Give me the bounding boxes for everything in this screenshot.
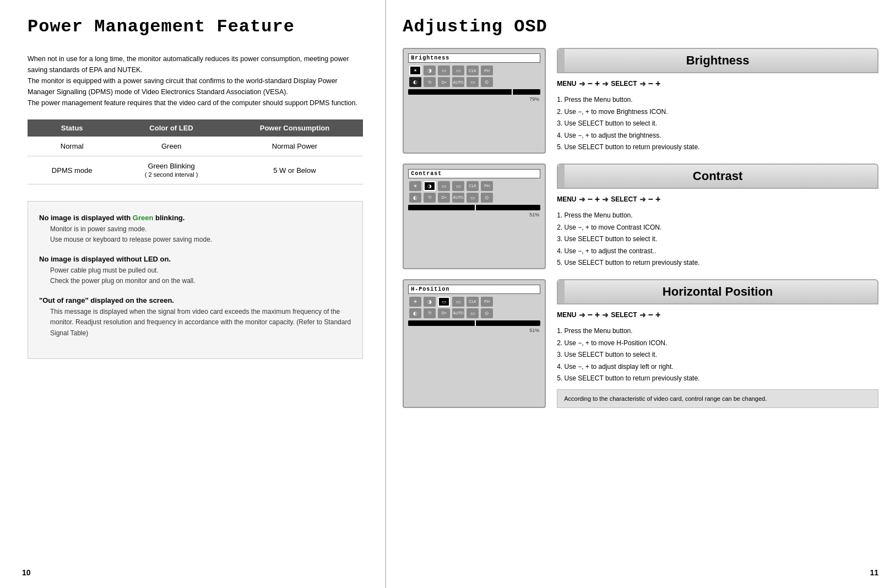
trouble-title-2: No image is displayed without LED on. xyxy=(39,254,351,265)
c-dash2: − xyxy=(648,194,653,204)
table-row: DPMS mode Green Blinking( 2 second inter… xyxy=(28,156,363,184)
hp-icon6: PH xyxy=(481,297,493,307)
step-c5: 5. Use SELECT button to return previousl… xyxy=(557,257,878,269)
c-icon4: ▭ xyxy=(452,181,464,191)
brightness-info: Brightness MENU ➜ − + ➜ SELECT ➜ − + 1. … xyxy=(557,48,878,154)
trouble-title-1: No image is displayed with Green blinkin… xyxy=(39,213,351,224)
select-label-c: SELECT xyxy=(611,195,637,203)
brightness-progress-label: 79% xyxy=(408,96,540,102)
contrast-progress-fill xyxy=(408,205,475,210)
hp-icon10: AUTO xyxy=(452,308,464,318)
menu-label-b: MENU xyxy=(557,80,576,88)
c-dash1: − xyxy=(588,194,593,204)
brightness-osd-label: Brightness xyxy=(408,53,540,63)
arrow1: ➜ xyxy=(579,79,585,88)
trouble-sub-3a: This message is displayed when the signa… xyxy=(39,307,351,339)
note-text: According to the characteristic of video… xyxy=(564,395,767,402)
step-c1: 1. Press the Menu button. xyxy=(557,210,878,222)
hp-icon7: ◐ xyxy=(409,308,421,318)
c-icon6: PH xyxy=(481,181,493,191)
brightness-progress-fill xyxy=(408,89,513,95)
step-b2: 2. Use −, + to move Brightness ICON. xyxy=(557,106,878,118)
brightness-header: Brightness xyxy=(557,48,878,73)
c-icon10: AUTO xyxy=(452,193,464,203)
hp-icon5: CLK xyxy=(467,297,479,307)
dash1: − xyxy=(588,79,593,89)
c-arrow1: ➜ xyxy=(579,195,585,204)
c-icon9: D» xyxy=(438,193,450,203)
arrow3: ➜ xyxy=(639,79,646,88)
intro-text: When not in use for a long time, the mon… xyxy=(28,53,363,108)
step-b3: 3. Use SELECT button to select it. xyxy=(557,118,878,130)
table-header-status: Status xyxy=(28,119,116,137)
hp-dash2: − xyxy=(648,310,653,320)
contrast-steps: 1. Press the Menu button. 2. Use −, + to… xyxy=(557,210,878,269)
icon8: TI xyxy=(424,77,436,87)
hp-arrow1: ➜ xyxy=(579,311,585,319)
table-row: Normal Green Normal Power xyxy=(28,137,363,156)
step-hp5: 5. Use SELECT button to return previousl… xyxy=(557,373,878,385)
hp-icon4: ▭ xyxy=(452,297,464,307)
row2-led: Green Blinking( 2 second interval ) xyxy=(116,156,226,184)
plus2: + xyxy=(655,79,660,89)
green-blink-text: Green xyxy=(133,214,154,222)
c-icon5: CLK xyxy=(467,181,479,191)
icon11: ▭ xyxy=(467,77,479,87)
page-number-right: 11 xyxy=(870,568,878,577)
hposition-header: Horizontal Position xyxy=(557,279,878,304)
table-header-power: Power Consumption xyxy=(226,119,363,137)
c-icon2: ◑ xyxy=(424,181,436,191)
c-arrow3: ➜ xyxy=(639,195,646,204)
hpos-progress-bar xyxy=(408,320,540,326)
c-icon3: ▭ xyxy=(438,181,450,191)
trouble-sub-2a: Power cable plug must be pulled out. xyxy=(39,265,351,276)
hpos-icon-row-1: ☀ ◑ ▭ ▭ CLK PH xyxy=(408,297,540,307)
contrast-osd-label: Contrast xyxy=(408,169,540,178)
select-label-b: SELECT xyxy=(611,80,637,88)
contrast-menu-bar: MENU ➜ − + ➜ SELECT ➜ − + xyxy=(557,194,878,204)
icon6: PH xyxy=(481,66,493,75)
hp-icon1: ☀ xyxy=(409,297,421,307)
contrast-block: Contrast ☀ ◑ ▭ ▭ CLK PH ◐ TI D» AUTO ▭ ⊙ xyxy=(403,164,878,269)
hp-plus2: + xyxy=(655,310,660,320)
brightness-block: Brightness ☀ ◑ ▭ ▭ CLK PH ◐ TI D» AUTO ▭… xyxy=(403,48,878,154)
trouble-sub-2b: Check the power plug on monitor and on t… xyxy=(39,276,351,286)
c-plus2: + xyxy=(655,194,660,204)
icon10: AUTO xyxy=(452,77,464,87)
c-icon11: ▭ xyxy=(467,193,479,203)
c-icon12: ⊙ xyxy=(481,193,493,203)
c-icon7: ◐ xyxy=(409,193,421,203)
contrast-header: Contrast xyxy=(557,164,878,189)
table-header-led: Color of LED xyxy=(116,119,226,137)
trouble-title-3: "Out of range" displayed on the screen. xyxy=(39,295,351,307)
hposition-osd-label: H-Position xyxy=(408,285,540,294)
hp-icon11: ▭ xyxy=(467,308,479,318)
hp-icon9: D» xyxy=(438,308,450,318)
trouble-item-2: No image is displayed without LED on. Po… xyxy=(39,254,351,286)
arrow2: ➜ xyxy=(602,79,609,88)
hp-arrow2: ➜ xyxy=(602,311,609,319)
contrast-icon-row-2: ◐ TI D» AUTO ▭ ⊙ xyxy=(408,193,540,203)
right-column: Adjusting OSD Brightness ☀ ◑ ▭ ▭ CLK PH … xyxy=(386,0,895,588)
right-title: Adjusting OSD xyxy=(403,17,878,37)
hp-icon3: ▭ xyxy=(438,297,450,307)
contrast-icon-row-1: ☀ ◑ ▭ ▭ CLK PH xyxy=(408,181,540,191)
step-c2: 2. Use −, + to move Contrast ICON. xyxy=(557,222,878,234)
select-label-hp: SELECT xyxy=(611,311,637,319)
icon7: ◐ xyxy=(409,77,421,87)
row2-power: 5 W or Below xyxy=(226,156,363,184)
brightness-monitor: Brightness ☀ ◑ ▭ ▭ CLK PH ◐ TI D» AUTO ▭… xyxy=(403,48,546,154)
hposition-info: Horizontal Position MENU ➜ − + ➜ SELECT … xyxy=(557,279,878,408)
hposition-block: H-Position ☀ ◑ ▭ ▭ CLK PH ◐ TI D» AUTO ▭… xyxy=(403,279,878,408)
c-icon8: TI xyxy=(424,193,436,203)
icon4: ▭ xyxy=(452,66,464,75)
step-hp3: 3. Use SELECT button to select it. xyxy=(557,349,878,361)
icon3: ▭ xyxy=(438,66,450,75)
osd-section: Brightness ☀ ◑ ▭ ▭ CLK PH ◐ TI D» AUTO ▭… xyxy=(403,48,878,418)
hposition-monitor: H-Position ☀ ◑ ▭ ▭ CLK PH ◐ TI D» AUTO ▭… xyxy=(403,279,546,408)
hp-dash1: − xyxy=(588,310,593,320)
c-icon1: ☀ xyxy=(409,181,421,191)
dash2: − xyxy=(648,79,653,89)
trouble-box: No image is displayed with Green blinkin… xyxy=(28,201,363,359)
icon12: ⊙ xyxy=(481,77,493,87)
